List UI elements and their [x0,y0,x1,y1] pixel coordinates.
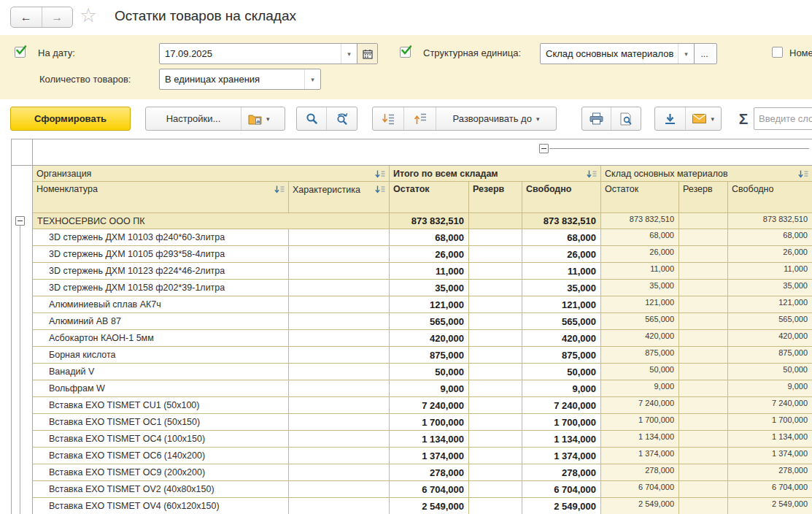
wh-free-cell: 1 134,000 [728,431,812,448]
wh-free-cell: 278,000 [728,464,812,481]
wh-reserve-cell [679,448,728,464]
header-characteristic[interactable]: Характеристика [289,182,390,213]
total-reserve-cell [469,330,522,347]
nomenclature-cell: Вставка EXO TISMET OC9 (200x200) [33,464,289,481]
row-tree-gutter [12,263,33,280]
favorite-star-icon[interactable]: ☆ [80,6,97,26]
expand-all-button[interactable] [373,107,403,130]
save-button[interactable] [655,107,685,130]
total-stock-cell: 565,000 [390,313,469,330]
settings-button[interactable]: Настройки... [146,107,241,130]
report-row: 3D стержень ДХМ 10158 ф202*39-1литра35,0… [12,280,812,296]
print-preview-button[interactable] [611,107,641,130]
header-warehouse-group[interactable]: Склад основных материалов [601,166,812,182]
send-email-button[interactable]: ▾ [685,107,721,130]
group-total-stock-cell: 873 832,510 [390,213,469,229]
chevron-down-icon: ▾ [684,50,688,58]
date-field-group: 17.09.2025 ▾ [159,43,378,64]
check-icon [401,45,412,56]
wh-reserve-cell [679,498,728,514]
wh-reserve-cell [679,296,728,313]
generate-button[interactable]: Сформировать [10,107,131,131]
total-stock-cell: 6 704,000 [390,481,469,498]
sigma-icon: Σ [739,110,749,128]
date-checkbox[interactable] [15,47,26,58]
expand-to-button[interactable]: Разворачивать до ▾ [436,107,556,130]
total-free-cell: 565,000 [522,313,601,330]
total-free-cell: 278,000 [522,464,601,481]
page-title: Остатки товаров на складах [115,8,296,24]
header-total-free[interactable]: Свободно [522,182,601,213]
report-row: Вольфрам W9,0009,0009,0009,000 [12,380,812,397]
total-stock-cell: 278,000 [390,464,469,481]
structural-unit-dropdown-button[interactable]: ▾ [678,44,694,64]
header-total-stock[interactable]: Остаток [390,182,469,213]
total-reserve-cell [469,280,522,296]
structural-unit-input[interactable]: Склад основных материалов [541,44,678,64]
calendar-button[interactable] [357,44,377,64]
row-tree-gutter [12,280,33,296]
wh-stock-cell: 6 704,000 [601,481,679,498]
wh-reserve-cell [679,347,728,364]
column-group-row [12,139,812,166]
characteristic-cell [289,448,390,464]
report-row: 3D стержень ДХМ 10123 ф224*46-2литра11,0… [12,263,812,280]
wh-reserve-cell [679,397,728,414]
header-warehouse-group-label: Склад основных материалов [605,169,728,179]
header-organization-label: Организация [36,169,91,179]
characteristic-cell [289,229,390,246]
header-row-groups: Организация Итого по всем складам Склад … [12,166,812,182]
structural-unit-checkbox[interactable] [400,47,411,58]
row-tree-gutter [12,380,33,397]
gutter-cell [12,139,33,166]
print-button[interactable] [582,107,611,130]
header-total-reserve[interactable]: Резерв [469,182,522,213]
quantity-select[interactable]: В единицах хранения [160,69,304,89]
wh-free-cell: 420,000 [728,330,812,347]
wh-stock-cell: 278,000 [601,464,679,481]
wh-reserve-cell [679,414,728,431]
header-nomenclature[interactable]: Номенклатура [33,182,289,213]
header-wh-free[interactable]: Свободно [728,182,812,213]
header-totals-group[interactable]: Итого по всем складам [390,166,601,182]
row-tree-gutter [12,313,33,330]
header-organization[interactable]: Организация [33,166,390,182]
nomenclature-checkbox[interactable] [772,47,783,58]
forward-icon: → [51,11,63,24]
characteristic-cell [289,280,390,296]
wh-reserve-cell [679,464,728,481]
nav-history-group: ← → [10,7,73,28]
quantity-dropdown-button[interactable]: ▾ [304,69,320,89]
report-variants-button[interactable]: ▾ [241,107,277,130]
find-button[interactable] [297,107,326,130]
autosum-button[interactable]: Σ [731,107,756,131]
row-tree-gutter [12,296,33,313]
total-stock-cell: 121,000 [390,296,469,313]
collapse-all-button[interactable] [403,107,436,130]
collapse-columns-button[interactable] [539,144,549,153]
structural-unit-more-button[interactable]: ... [694,44,714,64]
collapse-group-row-button[interactable] [15,216,25,226]
structural-unit-field-group: Склад основных материалов ▾ ... [540,43,717,64]
wh-reserve-cell [679,380,728,397]
calendar-icon [363,49,373,59]
chevron-down-icon: ▾ [347,50,351,58]
header-wh-reserve[interactable]: Резерв [679,182,728,213]
print-button-group [581,107,641,131]
sort-icon [375,185,385,194]
find-next-button[interactable] [326,107,357,130]
forward-button[interactable]: → [42,7,73,27]
group-total-free-cell: 873 832,510 [522,213,601,229]
report-row: Вставка EXO TISMET OC9 (200x200)278,0002… [12,464,812,481]
characteristic-cell [289,246,390,263]
characteristic-cell [289,431,390,448]
date-input[interactable]: 17.09.2025 [160,44,341,64]
wh-stock-cell: 1 134,000 [601,431,679,448]
back-button[interactable]: ← [11,7,42,27]
header-wh-stock[interactable]: Остаток [601,182,679,213]
row-tree-gutter [12,330,33,347]
row-tree-gutter [12,498,33,514]
header-characteristic-label: Характеристика [293,184,364,196]
date-dropdown-button[interactable]: ▾ [341,44,357,64]
quick-search-input[interactable] [754,107,812,130]
